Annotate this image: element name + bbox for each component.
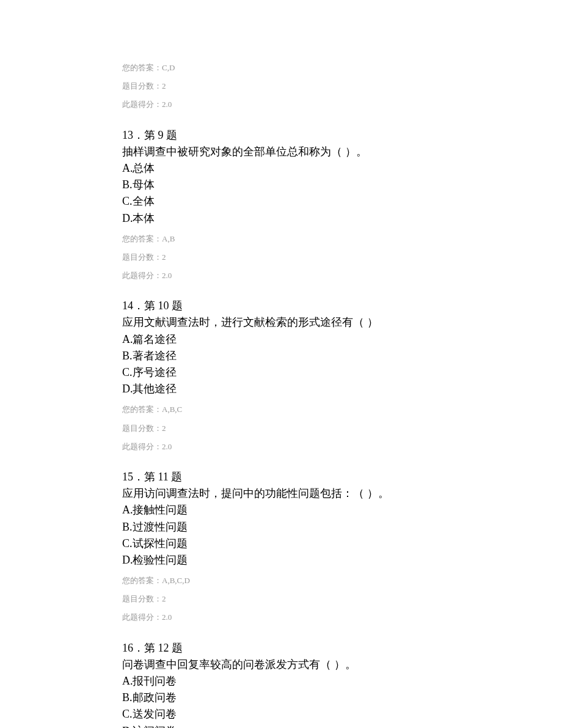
earned-label: 此题得分： [122,612,162,622]
your-answer: 您的答案：A,B,C,D [122,575,440,586]
score-value: 2 [162,594,166,603]
your-answer-value: A,B,C [162,405,182,414]
score-label: 题目分数： [122,594,162,603]
prev-score-label: 题目分数： [122,81,162,90]
question-block: 13．第 9 题 抽样调查中被研究对象的全部单位总和称为（ ）。 A.总体 B.… [122,128,440,226]
earned-value: 2.0 [162,612,172,622]
question-block: 14．第 10 题 应用文献调查法时，进行文献检索的形式途径有（ ） A.篇名途… [122,298,440,397]
question-option: B.邮政问卷 [122,690,440,705]
question-block: 15．第 11 题 应用访问调查法时，提问中的功能性问题包括：（ ）。 A.接触… [122,469,440,568]
question-option: A.接触性问题 [122,502,440,518]
question-option: C.全体 [122,194,440,209]
score: 题目分数：2 [122,423,440,434]
question-text: 问卷调查中回复率较高的问卷派发方式有（ ）。 [122,657,440,672]
prev-score: 题目分数：2 [122,81,440,92]
earned-label: 此题得分： [122,271,162,280]
earned-value: 2.0 [162,442,172,451]
question-block: 16．第 12 题 问卷调查中回复率较高的问卷派发方式有（ ）。 A.报刊问卷 … [122,641,440,728]
your-answer: 您的答案：A,B,C [122,404,440,415]
question-option: C.序号途径 [122,365,440,380]
question-option: D.检验性问题 [122,553,440,568]
question-header: 13．第 9 题 [122,128,440,143]
earned: 此题得分：2.0 [122,270,440,281]
prev-your-answer-label: 您的答案： [122,63,162,72]
question-header: 15．第 11 题 [122,469,440,485]
your-answer-value: A,B [162,234,175,243]
earned: 此题得分：2.0 [122,441,440,452]
your-answer-label: 您的答案： [122,405,162,414]
question-option: A.总体 [122,161,440,176]
score-value: 2 [162,252,166,262]
your-answer-label: 您的答案： [122,234,162,243]
question-header: 16．第 12 题 [122,641,440,656]
question-text: 应用访问调查法时，提问中的功能性问题包括：（ ）。 [122,486,440,501]
score-label: 题目分数： [122,252,162,262]
score: 题目分数：2 [122,594,440,605]
earned-label: 此题得分： [122,442,162,451]
question-option: C.试探性问题 [122,536,440,551]
question-option: B.著者途径 [122,348,440,364]
question-option: A.篇名途径 [122,332,440,347]
earned-value: 2.0 [162,271,172,280]
your-answer-label: 您的答案： [122,576,162,585]
prev-earned-label: 此题得分： [122,100,162,109]
question-option: B.母体 [122,177,440,193]
your-answer: 您的答案：A,B [122,233,440,245]
question-option: D.其他途径 [122,381,440,397]
score-label: 题目分数： [122,424,162,433]
prev-earned: 此题得分：2.0 [122,99,440,110]
question-option: D.访问问卷 [122,724,440,728]
score: 题目分数：2 [122,252,440,263]
your-answer-value: A,B,C,D [162,576,190,585]
question-text: 应用文献调查法时，进行文献检索的形式途径有（ ） [122,315,440,330]
prev-score-value: 2 [162,81,166,90]
question-option: A.报刊问卷 [122,674,440,689]
prev-your-answer: 您的答案：C,D [122,62,440,73]
prev-earned-value: 2.0 [162,100,172,109]
question-header: 14．第 10 题 [122,298,440,314]
question-text: 抽样调查中被研究对象的全部单位总和称为（ ）。 [122,144,440,160]
earned: 此题得分：2.0 [122,612,440,623]
question-option: B.过渡性问题 [122,520,440,535]
prev-your-answer-value: C,D [162,63,175,72]
question-option: C.送发问卷 [122,707,440,722]
score-value: 2 [162,424,166,433]
question-option: D.本体 [122,211,440,226]
